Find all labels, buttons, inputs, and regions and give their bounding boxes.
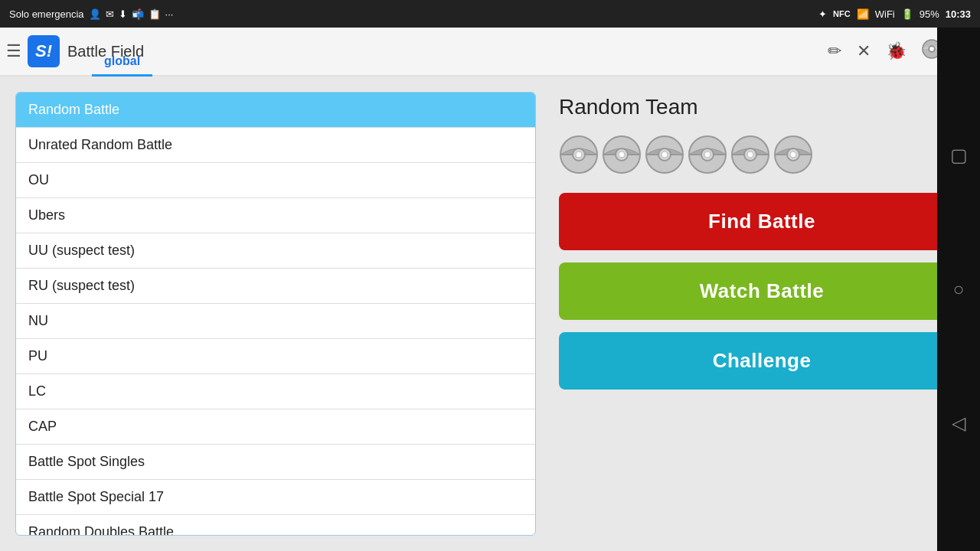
svg-point-15 [662,152,668,158]
battle-list-item[interactable]: Random Doubles Battle [16,515,535,536]
person-icon: 👤 [89,8,101,20]
svg-point-10 [619,152,625,158]
battle-list-item[interactable]: LC [16,374,535,409]
battle-list-item[interactable]: CAP [16,409,535,445]
nav-circle-icon[interactable]: ○ [953,279,965,300]
message-icon: ✉ [106,8,114,20]
pokemon-row [559,135,965,174]
battle-list-item[interactable]: Random Battle [16,93,535,128]
svg-point-25 [747,152,753,158]
bluetooth-icon: ✦ [818,8,827,20]
status-right: ✦ NFC 📶 WiFi 🔋 95% 10:33 [818,8,971,20]
main-content: Random BattleUnrated Random BattleOUUber… [0,77,980,551]
time-display: 10:33 [946,8,971,20]
pokemon-slot-5 [730,135,770,174]
clipboard-icon: 📋 [149,8,161,20]
pokemon-slot-3 [645,135,684,174]
close-icon[interactable]: ✕ [857,41,871,61]
signal-icon: 📶 [857,8,869,20]
app-logo: S! [28,35,60,67]
battle-list-item[interactable]: NU [16,304,535,339]
battle-list-item[interactable]: Battle Spot Special 17 [16,480,535,515]
nfc-icon: NFC [833,9,851,18]
svg-point-20 [704,152,710,158]
battery-percent: 95% [920,8,939,20]
status-left: Solo emergencia 👤 ✉ ⬇ 📬 📋 ··· [9,8,173,20]
right-panel: Random Team [559,92,965,536]
status-bar: Solo emergencia 👤 ✉ ⬇ 📬 📋 ··· ✦ NFC 📶 Wi… [0,0,980,28]
challenge-button[interactable]: Challenge [559,332,965,390]
pokemon-slot-1 [559,135,599,174]
svg-point-2 [930,47,933,51]
battle-list-item[interactable]: Battle Spot Singles [16,445,535,480]
battle-list-item[interactable]: Unrated Random Battle [16,128,535,163]
svg-point-5 [576,152,582,158]
more-icon: ··· [165,8,174,20]
battle-list-item[interactable]: PU [16,339,535,374]
battle-list-item[interactable]: RU (suspect test) [16,269,535,304]
battle-list-item[interactable]: OU [16,163,535,198]
nav-back-icon[interactable]: ◁ [952,412,965,434]
carrier-text: Solo emergencia [9,8,84,20]
bug-icon[interactable]: 🐞 [886,41,906,61]
pokemon-slot-2 [602,135,642,174]
edit-icon[interactable]: ✏ [828,41,841,61]
svg-point-30 [790,152,796,158]
team-label: Random Team [559,95,965,119]
wifi-icon: WiFi [875,8,895,20]
download-icon: ⬇ [119,8,127,20]
find-battle-button[interactable]: Find Battle [559,193,965,250]
android-nav-bar: ▢ ○ ◁ [937,28,980,551]
battle-list-item[interactable]: Ubers [16,198,535,233]
tab-global[interactable]: global [92,48,152,77]
pokemon-slot-4 [688,135,727,174]
pokemon-slot-6 [773,135,813,174]
app-title: Battle Field [67,43,828,60]
battle-list: Random BattleUnrated Random BattleOUUber… [15,92,536,536]
battery-saver-icon: 🔋 [901,8,913,20]
battle-list-item[interactable]: UU (suspect test) [16,233,535,269]
mail-icon: 📬 [132,8,144,20]
toolbar: ☰ S! Battle Field global ✏ ✕ 🐞 ⋮ [0,28,980,77]
hamburger-menu[interactable]: ☰ [6,41,21,61]
watch-battle-button[interactable]: Watch Battle [559,262,965,320]
nav-square-icon[interactable]: ▢ [950,145,968,166]
